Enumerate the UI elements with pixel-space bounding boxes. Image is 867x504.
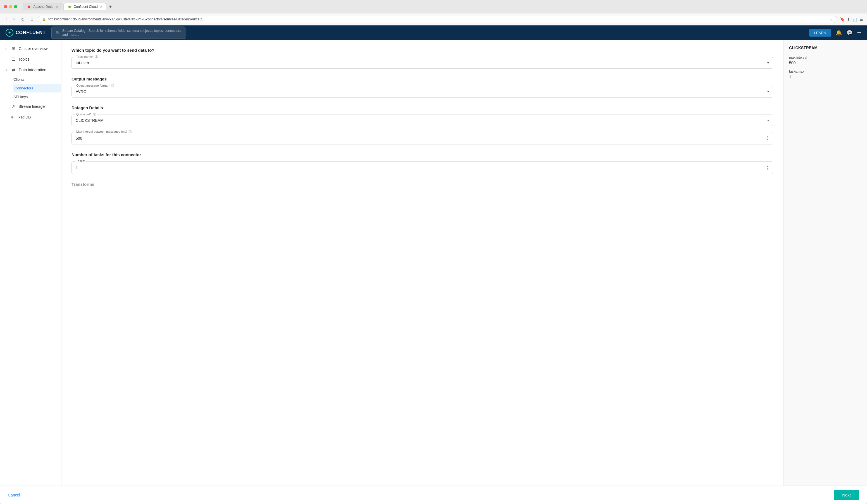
stats-icon[interactable]: 📊	[853, 17, 857, 22]
notifications-icon[interactable]: 🔔	[836, 30, 842, 36]
cancel-button[interactable]: Cancel	[8, 493, 20, 497]
datagen-heading: Datagen Details	[72, 105, 773, 110]
output-format-info-icon[interactable]: ⓘ	[111, 84, 114, 87]
topic-name-info-icon[interactable]: ⓘ	[95, 55, 98, 58]
star-icon: ☆	[829, 17, 833, 22]
sidebar-label-stream-lineage: Stream lineage	[19, 104, 45, 109]
maximize-button[interactable]	[14, 5, 17, 8]
tasks-section: Number of tasks for this connector Tasks…	[72, 152, 773, 174]
data-integration-icon: ⇄	[11, 67, 16, 72]
max-interval-spinner[interactable]: ▲ ▼	[767, 136, 769, 141]
panel-max-interval-label: max.interval	[789, 56, 861, 60]
search-icon: 🔍	[56, 31, 60, 35]
learn-button[interactable]: LEARN	[809, 29, 831, 36]
tasks-spinner-up-icon[interactable]: ▲	[767, 165, 769, 168]
topic-name-field[interactable]: Topic name* ⓘ tut-avro ▾	[72, 57, 773, 69]
panel-tasks-max: tasks.max 1	[789, 69, 861, 79]
quickstart-info-icon[interactable]: ⓘ	[93, 112, 96, 116]
max-interval-group: Max interval between messages (ms) ⓘ ▲ ▼	[72, 132, 773, 144]
search-placeholder: Stream Catalog - Search for schema field…	[62, 29, 181, 36]
main-layout: ▸ ⊞ Cluster overview ☰ Topics ▾ ⇄ Data i…	[0, 40, 867, 485]
output-section: Output messages Output message format* ⓘ…	[72, 77, 773, 97]
datagen-section: Datagen Details Quickstart* ⓘ CLICKSTREA…	[72, 105, 773, 144]
sidebar-label-topics: Topics	[19, 57, 30, 62]
sidebar-label-ksqldb: ksqlDB	[19, 115, 31, 119]
tab-druid[interactable]: 🔴 Apache Druid ✕	[23, 3, 62, 10]
output-format-field[interactable]: Output message format* ⓘ AVRO ▾	[72, 86, 773, 97]
panel-tasks-max-value: 1	[789, 75, 861, 79]
topic-heading: Which topic do you want to send data to?	[72, 48, 773, 53]
new-tab-button[interactable]: +	[108, 4, 114, 10]
address-bar[interactable]: 🔒 https://confluent.cloud/environments/e…	[38, 15, 837, 23]
sidebar-item-cluster-overview[interactable]: ▸ ⊞ Cluster overview	[0, 43, 61, 54]
forward-button[interactable]: ›	[11, 16, 16, 22]
sidebar-item-data-integration[interactable]: ▾ ⇄ Data integration	[0, 65, 61, 75]
druid-favicon: 🔴	[27, 5, 31, 9]
topic-name-group: Topic name* ⓘ tut-avro ▾	[72, 57, 773, 69]
sidebar: ▸ ⊞ Cluster overview ☰ Topics ▾ ⇄ Data i…	[0, 40, 62, 485]
close-button[interactable]	[4, 5, 7, 8]
quickstart-value: CLICKSTREAM ▾	[76, 118, 769, 123]
tasks-spinner[interactable]: ▲ ▼	[767, 165, 769, 170]
global-search[interactable]: 🔍 Stream Catalog - Search for schema fie…	[51, 26, 185, 39]
max-interval-value-row: ▲ ▼	[76, 136, 769, 141]
content-area: Which topic do you want to send data to?…	[62, 40, 867, 485]
logo-icon: ✦	[6, 29, 13, 36]
url-display: https://confluent.cloud/environments/env…	[48, 17, 828, 21]
output-format-group: Output message format* ⓘ AVRO ▾	[72, 86, 773, 97]
panel-max-interval-value: 500	[789, 61, 861, 65]
app-container: ✦ CONFLUENT 🔍 Stream Catalog - Search fo…	[0, 25, 867, 504]
footer: Cancel Next	[0, 485, 867, 504]
sidebar-item-clients[interactable]: Clients	[13, 75, 61, 84]
logo-text: CONFLUENT	[15, 30, 46, 35]
topic-name-value: tut-avro ▾	[76, 61, 769, 65]
druid-tab-label: Apache Druid	[33, 5, 54, 9]
spinner-up-icon[interactable]: ▲	[767, 136, 769, 138]
tab-confluent[interactable]: 🟢 Confluent Cloud ✕	[63, 3, 106, 10]
tasks-input[interactable]	[76, 166, 767, 170]
druid-tab-close[interactable]: ✕	[56, 5, 58, 8]
tasks-value-row: ▲ ▼	[76, 165, 769, 170]
menu-hamburger-icon[interactable]: ☰	[857, 30, 861, 36]
menu-icon[interactable]: ☰	[859, 17, 863, 22]
sidebar-item-stream-lineage[interactable]: ↗ Stream lineage	[0, 101, 61, 112]
confluent-favicon: 🟢	[67, 5, 72, 9]
quickstart-label: Quickstart* ⓘ	[75, 112, 97, 117]
tasks-group: Tasks* ▲ ▼	[72, 161, 773, 174]
confluent-tab-close[interactable]: ✕	[100, 5, 102, 8]
sidebar-item-ksqldb[interactable]: 🏷 ksqlDB	[0, 112, 61, 122]
home-button[interactable]: ⌂	[29, 16, 35, 22]
browser-tabs: 🔴 Apache Druid ✕ 🟢 Confluent Cloud ✕ +	[23, 3, 863, 10]
sidebar-item-api-keys[interactable]: API keys	[13, 93, 61, 101]
main-content: Which topic do you want to send data to?…	[62, 40, 783, 485]
sidebar-item-topics[interactable]: ☰ Topics	[0, 54, 61, 65]
panel-quickstart-value: CLICKSTREAM	[789, 45, 861, 50]
max-interval-field[interactable]: Max interval between messages (ms) ⓘ ▲ ▼	[72, 132, 773, 144]
back-button[interactable]: ‹	[4, 16, 9, 22]
max-interval-input[interactable]	[76, 136, 767, 140]
tasks-spinner-down-icon[interactable]: ▼	[767, 168, 769, 170]
topic-dropdown-arrow-icon: ▾	[767, 61, 769, 65]
topic-name-label: Topic name* ⓘ	[75, 55, 99, 59]
panel-max-interval: max.interval 500	[789, 56, 861, 65]
ksqldb-icon: 🏷	[11, 115, 15, 119]
download-icon[interactable]: ⬇	[847, 17, 850, 22]
sidebar-item-connectors[interactable]: Connectors	[13, 84, 61, 93]
tasks-field[interactable]: Tasks* ▲ ▼	[72, 161, 773, 174]
traffic-lights	[4, 5, 17, 8]
right-panel: CLICKSTREAM max.interval 500 tasks.max 1	[783, 40, 867, 485]
quickstart-field[interactable]: Quickstart* ⓘ CLICKSTREAM ▾	[72, 115, 773, 126]
quickstart-group: Quickstart* ⓘ CLICKSTREAM ▾	[72, 115, 773, 126]
chat-icon[interactable]: 💬	[846, 30, 853, 36]
extension-icon[interactable]: 🔖	[840, 17, 845, 22]
reload-button[interactable]: ↻	[19, 16, 26, 23]
output-format-dropdown-icon: ▾	[767, 90, 769, 94]
spinner-down-icon[interactable]: ▼	[767, 138, 769, 141]
next-button[interactable]: Next	[834, 490, 859, 500]
output-format-value: AVRO ▾	[76, 89, 769, 94]
confluent-tab-label: Confluent Cloud	[74, 5, 98, 9]
max-interval-info-icon[interactable]: ⓘ	[129, 130, 132, 133]
topics-icon: ☰	[11, 57, 15, 62]
minimize-button[interactable]	[9, 5, 12, 8]
stream-lineage-icon: ↗	[11, 104, 15, 109]
